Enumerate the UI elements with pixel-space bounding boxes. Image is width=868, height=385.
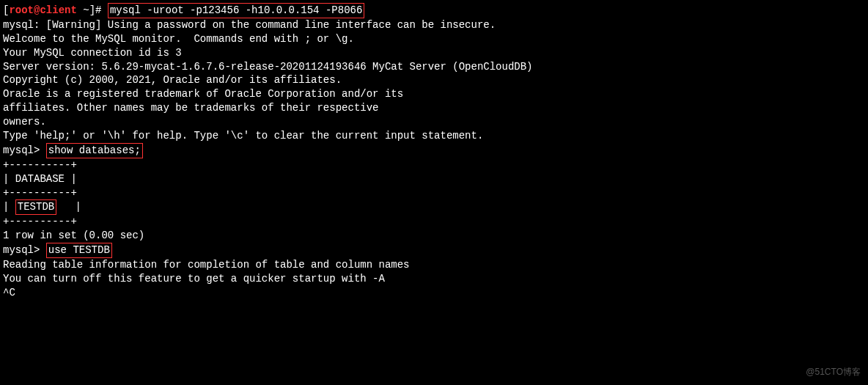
- command-show-databases: show databases;: [46, 143, 143, 158]
- table-header-pre: |: [3, 173, 15, 185]
- prompt-host: client: [40, 4, 76, 16]
- output-rowcount: 1 row in set (0.00 sec): [3, 229, 865, 243]
- output-help: Type 'help;' or '\h' for help. Type '\c'…: [3, 129, 865, 143]
- prompt-line-3: mysql> use TESTDB: [3, 243, 865, 258]
- output-trademark-2: affiliates. Other names may be trademark…: [3, 101, 865, 115]
- table-border-mid: +----------+: [3, 186, 865, 200]
- watermark: @51CTO博客: [806, 366, 861, 378]
- command-use-testdb: use TESTDB: [46, 243, 112, 258]
- mysql-prompt-2: mysql>: [3, 244, 46, 256]
- table-data-row: | TESTDB |: [3, 199, 865, 215]
- output-trademark-1: Oracle is a registered trademark of Orac…: [3, 87, 865, 101]
- bracket-close: ]: [89, 4, 95, 16]
- command-mysql-connect: mysql -uroot -p123456 -h10.0.0.154 -P806…: [108, 3, 364, 18]
- output-copyright: Copyright (c) 2000, 2021, Oracle and/or …: [3, 73, 865, 87]
- prompt-hash: #: [95, 4, 108, 16]
- prompt-user: root: [9, 4, 34, 16]
- output-reading-1: Reading table information for completion…: [3, 258, 865, 272]
- table-row-pre: |: [3, 201, 15, 213]
- table-header: DATABASE: [15, 173, 65, 185]
- table-border-top: +----------+: [3, 158, 865, 172]
- output-welcome: Welcome to the MySQL monitor. Commands e…: [3, 32, 865, 46]
- table-row-value: TESTDB: [15, 199, 56, 215]
- table-header-post: |: [65, 173, 77, 185]
- prompt-line-2: mysql> show databases;: [3, 143, 865, 158]
- output-ctrlc: ^C: [3, 286, 865, 300]
- prompt-tilde: ~: [77, 4, 89, 16]
- output-server-version: Server version: 5.6.29-mycat-1.6.7.6-rel…: [3, 60, 865, 74]
- output-warning: mysql: [Warning] Using a password on the…: [3, 18, 865, 32]
- output-reading-2: You can turn off this feature to get a q…: [3, 272, 865, 286]
- table-border-bottom: +----------+: [3, 215, 865, 229]
- output-connection-id: Your MySQL connection id is 3: [3, 46, 865, 60]
- mysql-prompt: mysql>: [3, 144, 46, 156]
- prompt-line-1: [root@client ~]# mysql -uroot -p123456 -…: [3, 3, 865, 18]
- table-row-post: |: [56, 201, 81, 213]
- output-trademark-3: owners.: [3, 115, 865, 129]
- table-header-row: | DATABASE |: [3, 172, 865, 186]
